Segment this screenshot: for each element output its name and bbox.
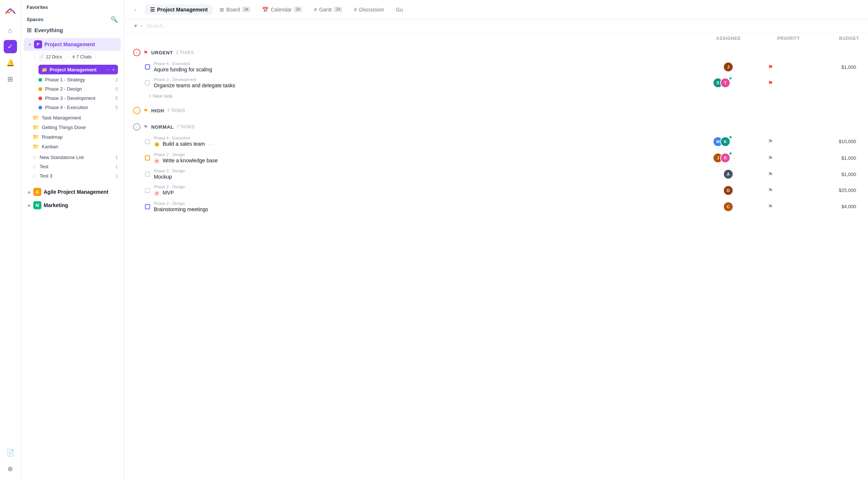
priority-flag-icon: ⚑ xyxy=(768,138,773,145)
task-phase: Phase 4 - Execution xyxy=(154,61,212,66)
task-checkbox[interactable] xyxy=(145,139,150,144)
everything-item[interactable]: ⊞ Everything xyxy=(21,24,124,36)
high-collapse-button[interactable]: ○ xyxy=(133,107,140,114)
roadmap-folder[interactable]: 📁 Roadmap xyxy=(30,132,121,142)
icon-bar: ⌂ ✓ 🔔 ⊞ 📄 ⊕ xyxy=(0,0,21,480)
phase4-label: Phase 4 - Execution xyxy=(45,105,109,110)
docs-chip[interactable]: 📄 12 Docs xyxy=(35,53,66,61)
test3-list-item[interactable]: ⊙ Test 3 1 xyxy=(30,171,121,180)
new-task-button[interactable]: + New task xyxy=(124,91,868,101)
project-management-list-item[interactable]: 📁 Project Management ··· + xyxy=(38,65,118,74)
folder-icon: 📁 xyxy=(33,115,39,121)
agile-space-item[interactable]: ▶ A Agile Project Management xyxy=(24,186,121,198)
pm-dots-button[interactable]: ··· xyxy=(106,67,111,72)
task-checkbox[interactable] xyxy=(145,188,150,193)
integrations-icon-btn[interactable]: ⊕ xyxy=(4,462,17,476)
search-input[interactable] xyxy=(146,23,859,29)
phase-list: Phase 1 - Strategy 2 Phase 2 - Design 5 … xyxy=(30,75,121,112)
task-checkbox[interactable] xyxy=(145,80,150,85)
table-row[interactable]: Phase 4 - Execution Aquire funding for s… xyxy=(124,59,868,75)
gantt-tab-icon: # xyxy=(314,7,317,13)
marketing-space-item[interactable]: ▶ M Marketing xyxy=(24,199,121,212)
task-checkbox[interactable] xyxy=(145,155,150,160)
marketing-space-label: Marketing xyxy=(44,202,115,208)
other-spaces: ▶ A Agile Project Management ▶ M Marketi… xyxy=(21,185,124,212)
calendar-tab-icon: 📅 xyxy=(262,7,268,13)
priority-cell: ⚑ xyxy=(741,171,800,178)
space-project-management[interactable]: ▼ P Project Management xyxy=(24,38,121,51)
table-row[interactable]: Phase 2 - Design Mockup A ⚑ $1,000 xyxy=(124,166,868,182)
task-left-cell: Phase 2 - Design ⊖ MVP xyxy=(133,185,682,196)
urgent-header[interactable]: ○ ⚑ URGENT 2 TASKS xyxy=(124,44,868,59)
pm-add-button[interactable]: + xyxy=(112,67,115,72)
high-task-count: 7 TASKS xyxy=(167,108,185,113)
test3-label: Test 3 xyxy=(40,173,112,179)
tasks-icon-btn[interactable]: ✓ xyxy=(4,40,17,53)
task-checkbox[interactable] xyxy=(145,172,150,177)
priority-flag-icon: ⚑ xyxy=(768,171,773,178)
docs-icon-btn[interactable]: 📄 xyxy=(4,446,17,459)
assignee-cell: C xyxy=(682,202,741,212)
notifications-icon-btn[interactable]: 🔔 xyxy=(4,56,17,70)
tab-discussion[interactable]: # Discussion xyxy=(349,4,390,15)
tab-calendar[interactable]: 📅 Calendar 2▾ xyxy=(257,4,307,15)
urgent-flag-icon: ⚑ xyxy=(143,50,148,55)
phase4-item[interactable]: Phase 4 - Execution 5 xyxy=(35,103,121,112)
docs-icon: 📄 xyxy=(39,54,44,60)
task-management-folder[interactable]: 📁 Task Management xyxy=(30,113,121,122)
table-row[interactable]: Phase 2 - Design ⊖ MVP D ⚑ $25,000 xyxy=(124,182,868,199)
phase1-item[interactable]: Phase 1 - Strategy 2 xyxy=(35,75,121,84)
board-tab-icon: ⊞ xyxy=(220,7,224,13)
phase2-item[interactable]: Phase 2 - Design 5 xyxy=(35,84,121,94)
budget-cell: $4,000 xyxy=(800,204,859,209)
phase3-color-dot xyxy=(38,97,42,100)
tab-board[interactable]: ⊞ Board 2▾ xyxy=(214,4,255,15)
table-row[interactable]: Phase 3 - Development Organize teams and… xyxy=(124,75,868,91)
phase4-count: 5 xyxy=(112,105,118,110)
board-tab-badge: 2▾ xyxy=(242,7,250,12)
normal-header[interactable]: ○ ⚑ NORMAL 7 TASKS xyxy=(124,119,868,133)
priority-col-header: PRIORITY xyxy=(741,36,800,41)
getting-things-done-folder[interactable]: 📁 Getting Things Done xyxy=(30,122,121,132)
filter-button[interactable]: ▼ ▼ xyxy=(133,23,143,29)
test-list-item[interactable]: ⊙ Test 1 xyxy=(30,162,121,171)
task-info: Phase 2 - Design ⊖ MVP xyxy=(154,185,185,196)
phase3-item[interactable]: Phase 3 - Development 5 xyxy=(35,94,121,103)
board-tab-label: Board xyxy=(226,7,240,13)
normal-collapse-button[interactable]: ○ xyxy=(133,123,140,131)
chats-chip[interactable]: # 7 Chats xyxy=(68,53,96,61)
task-name: ⊖ Write a knowledge base xyxy=(154,158,218,164)
tab-more[interactable]: Gu xyxy=(391,4,408,15)
calendar-tab-label: Calendar xyxy=(271,7,292,13)
task-phase: Phase 2 - Design xyxy=(154,201,208,206)
tab-list[interactable]: ☰ Project Management xyxy=(145,4,213,15)
task-info: Phase 2 - Design ⊖ Write a knowledge bas… xyxy=(154,152,218,164)
app-logo[interactable] xyxy=(4,4,17,18)
spaces-search-button[interactable]: 🔍 xyxy=(111,16,118,23)
urgent-collapse-button[interactable]: ○ xyxy=(133,49,140,56)
new-standalone-list-item[interactable]: ⊙ New Standalone List 1 xyxy=(30,153,121,162)
tab-gantt[interactable]: # Gantt 2▾ xyxy=(309,4,347,15)
priority-flag-icon: ⚑ xyxy=(768,155,773,162)
apps-icon-btn[interactable]: ⊞ xyxy=(4,72,17,86)
task-checkbox[interactable] xyxy=(145,64,150,70)
high-group: ○ ⚑ HIGH 7 TASKS xyxy=(124,102,868,117)
task-name: ⊖ MVP xyxy=(154,190,185,196)
discussion-tab-icon: # xyxy=(354,7,357,13)
sidebar-collapse-button[interactable]: ‹ xyxy=(130,4,140,15)
test3-count: 1 xyxy=(115,173,118,179)
kanban-folder[interactable]: 📁 Kanban xyxy=(30,142,121,151)
table-row[interactable]: Phase 2 - Design Brainstorming meetings … xyxy=(124,199,868,215)
priority-cell: ⚑ xyxy=(741,155,800,162)
assignee-col-header: ASSIGNEE xyxy=(682,36,741,41)
list-icon: ⊙ xyxy=(33,173,37,179)
task-info: Phase 4 - Execution 😊 Build a sales team… xyxy=(154,136,213,148)
task-checkbox[interactable] xyxy=(145,204,150,209)
task-left-cell: Phase 4 - Execution Aquire funding for s… xyxy=(133,61,682,72)
table-row[interactable]: Phase 4 - Execution 😊 Build a sales team… xyxy=(124,133,868,150)
marketing-space-avatar: M xyxy=(33,201,41,209)
table-row[interactable]: Phase 2 - Design ⊖ Write a knowledge bas… xyxy=(124,150,868,167)
folder-icon: 📁 xyxy=(33,143,39,149)
high-header[interactable]: ○ ⚑ HIGH 7 TASKS xyxy=(124,102,868,117)
home-icon-btn[interactable]: ⌂ xyxy=(4,24,17,37)
